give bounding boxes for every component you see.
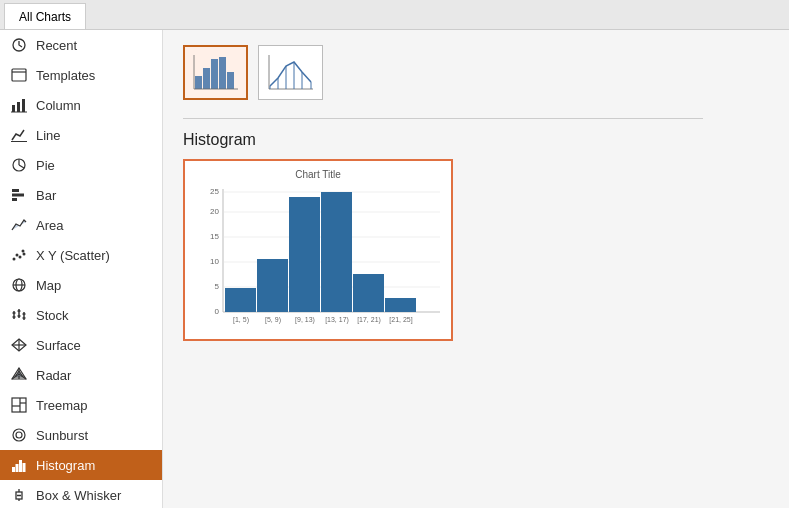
all-charts-tab[interactable]: All Charts bbox=[4, 3, 86, 29]
svg-rect-13 bbox=[12, 198, 17, 201]
svg-text:[13, 17): [13, 17) bbox=[325, 316, 349, 324]
svg-text:5: 5 bbox=[215, 282, 220, 291]
svg-rect-54 bbox=[203, 68, 210, 89]
svg-text:[1, 5): [1, 5) bbox=[233, 316, 249, 324]
svg-rect-56 bbox=[219, 57, 226, 89]
treemap-icon bbox=[10, 396, 28, 414]
histogram-svg: 0 5 10 15 20 25 bbox=[195, 184, 443, 329]
svg-text:0: 0 bbox=[215, 307, 220, 316]
pie-icon bbox=[10, 156, 28, 174]
sidebar-item-column[interactable]: Column bbox=[0, 90, 162, 120]
sidebar-item-surface[interactable]: Surface bbox=[0, 330, 162, 360]
sunburst-icon bbox=[10, 426, 28, 444]
sidebar-item-pie[interactable]: Pie bbox=[0, 150, 162, 180]
chart-area: 0 5 10 15 20 25 bbox=[195, 184, 443, 329]
svg-point-18 bbox=[23, 253, 26, 256]
svg-rect-48 bbox=[23, 463, 26, 472]
thumb-histogram-icon-2 bbox=[268, 54, 314, 92]
bar-icon bbox=[10, 186, 28, 204]
histogram-preview: Chart Title 0 5 10 bbox=[183, 159, 453, 341]
bar-3 bbox=[289, 197, 320, 312]
svg-text:25: 25 bbox=[210, 187, 219, 196]
sidebar-item-radar[interactable]: Radar bbox=[0, 360, 162, 390]
svg-text:20: 20 bbox=[210, 207, 219, 216]
radar-icon bbox=[10, 366, 28, 384]
histogram-icon bbox=[10, 456, 28, 474]
svg-rect-5 bbox=[22, 99, 25, 112]
svg-point-17 bbox=[22, 250, 25, 253]
chart-thumbnails bbox=[183, 45, 769, 100]
sidebar-item-label: Column bbox=[36, 98, 81, 113]
scatter-icon bbox=[10, 246, 28, 264]
svg-rect-39 bbox=[12, 398, 26, 412]
svg-rect-12 bbox=[12, 194, 24, 197]
sidebar-item-sunburst[interactable]: Sunburst bbox=[0, 420, 162, 450]
svg-rect-53 bbox=[195, 76, 202, 89]
sidebar-item-box-whisker[interactable]: Box & Whisker bbox=[0, 480, 162, 508]
sidebar-item-label: Area bbox=[36, 218, 63, 233]
sidebar-item-recent[interactable]: Recent bbox=[0, 30, 162, 60]
svg-text:15: 15 bbox=[210, 232, 219, 241]
svg-rect-1 bbox=[12, 69, 26, 81]
svg-rect-45 bbox=[12, 467, 15, 472]
sidebar-item-treemap[interactable]: Treemap bbox=[0, 390, 162, 420]
sidebar-item-xy-scatter[interactable]: X Y (Scatter) bbox=[0, 240, 162, 270]
svg-rect-4 bbox=[17, 102, 20, 112]
sidebar-item-label: Sunburst bbox=[36, 428, 88, 443]
sidebar-item-label: X Y (Scatter) bbox=[36, 248, 110, 263]
svg-point-14 bbox=[13, 258, 16, 261]
thumbnail-1[interactable] bbox=[183, 45, 248, 100]
svg-rect-46 bbox=[16, 464, 19, 472]
main-container: RecentTemplatesColumnLinePieBarAreaX Y (… bbox=[0, 30, 789, 508]
sidebar-item-label: Pie bbox=[36, 158, 55, 173]
sidebar-item-label: Templates bbox=[36, 68, 95, 83]
sidebar-item-label: Bar bbox=[36, 188, 56, 203]
svg-point-16 bbox=[19, 256, 22, 259]
sidebar-item-histogram[interactable]: Histogram bbox=[0, 450, 162, 480]
sidebar-item-area[interactable]: Area bbox=[0, 210, 162, 240]
bar-4 bbox=[321, 192, 352, 312]
svg-rect-57 bbox=[227, 72, 234, 89]
sidebar-item-label: Surface bbox=[36, 338, 81, 353]
sidebar-item-label: Map bbox=[36, 278, 61, 293]
svg-text:10: 10 bbox=[210, 257, 219, 266]
recent-icon bbox=[10, 36, 28, 54]
sidebar-item-label: Box & Whisker bbox=[36, 488, 121, 503]
svg-rect-11 bbox=[12, 189, 19, 192]
svg-point-43 bbox=[16, 432, 22, 438]
divider bbox=[183, 118, 703, 119]
bar-6 bbox=[385, 298, 416, 312]
svg-rect-3 bbox=[12, 105, 15, 112]
bar-2 bbox=[257, 259, 288, 312]
sidebar-item-label: Line bbox=[36, 128, 61, 143]
svg-rect-55 bbox=[211, 59, 218, 89]
tab-bar: All Charts bbox=[0, 0, 789, 30]
svg-line-10 bbox=[19, 165, 24, 168]
column-icon bbox=[10, 96, 28, 114]
sidebar-item-line[interactable]: Line bbox=[0, 120, 162, 150]
svg-rect-47 bbox=[19, 460, 22, 472]
surface-icon bbox=[10, 336, 28, 354]
box-whisker-icon bbox=[10, 486, 28, 504]
svg-text:[21, 25]: [21, 25] bbox=[389, 316, 412, 324]
thumbnail-2[interactable] bbox=[258, 45, 323, 100]
sidebar-item-stock[interactable]: Stock bbox=[0, 300, 162, 330]
line-icon bbox=[10, 126, 28, 144]
sidebar-item-label: Recent bbox=[36, 38, 77, 53]
sidebar-item-templates[interactable]: Templates bbox=[0, 60, 162, 90]
sidebar-item-map[interactable]: Map bbox=[0, 270, 162, 300]
sidebar-item-label: Treemap bbox=[36, 398, 88, 413]
bar-1 bbox=[225, 288, 256, 312]
bar-5 bbox=[353, 274, 384, 312]
thumb-histogram-icon-1 bbox=[193, 54, 239, 92]
sidebar-item-bar[interactable]: Bar bbox=[0, 180, 162, 210]
stock-icon bbox=[10, 306, 28, 324]
content-area: Histogram Chart Title 0 bbox=[163, 30, 789, 508]
svg-point-44 bbox=[13, 429, 25, 441]
sidebar-item-label: Radar bbox=[36, 368, 71, 383]
svg-text:[17, 21): [17, 21) bbox=[357, 316, 381, 324]
sidebar-item-label: Stock bbox=[36, 308, 69, 323]
section-title: Histogram bbox=[183, 131, 769, 149]
sidebar-item-label: Histogram bbox=[36, 458, 95, 473]
svg-text:[5, 9): [5, 9) bbox=[265, 316, 281, 324]
